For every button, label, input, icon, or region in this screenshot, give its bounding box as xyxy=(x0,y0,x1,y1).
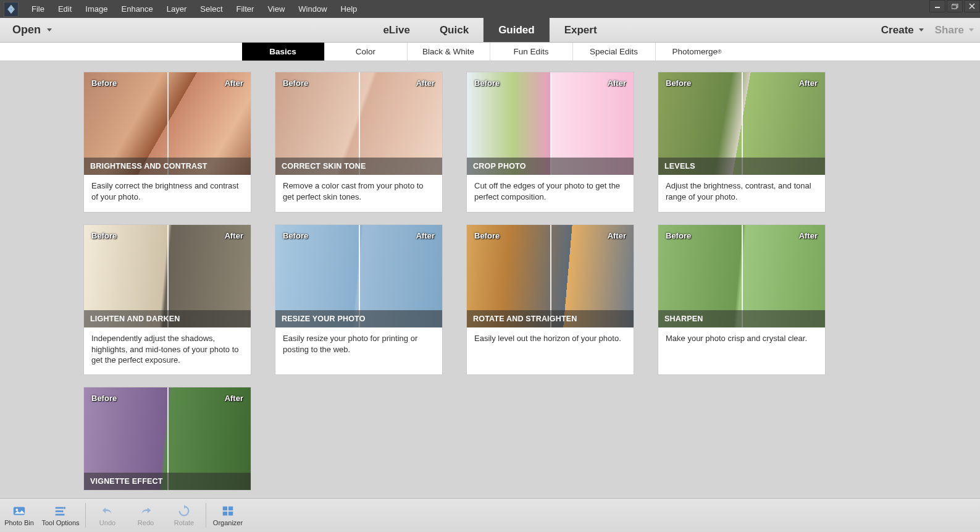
menu-bar: FileEditImageEnhanceLayerSelectFilterVie… xyxy=(0,0,980,18)
menu-filter[interactable]: Filter xyxy=(230,0,261,18)
before-label: Before xyxy=(474,231,500,240)
app-icon xyxy=(4,2,19,17)
bottom-toolbar: Photo Bin Tool Options Undo Redo Rotate … xyxy=(0,498,980,532)
undo-icon xyxy=(100,504,115,518)
svg-rect-10 xyxy=(223,507,227,510)
mode-tab-elive[interactable]: eLive xyxy=(368,18,424,42)
menu-edit[interactable]: Edit xyxy=(51,0,78,18)
category-fun-edits[interactable]: Fun Edits xyxy=(490,43,573,61)
guided-card[interactable]: BeforeAfterVIGNETTE EFFECT xyxy=(83,387,251,491)
chevron-down-icon xyxy=(919,28,924,32)
card-thumbnail: BeforeAfterCORRECT SKIN TONE xyxy=(275,72,442,175)
menu-layer[interactable]: Layer xyxy=(160,0,194,18)
menu-image[interactable]: Image xyxy=(78,0,114,18)
tool-options-icon xyxy=(53,504,68,518)
card-description: Independently adjust the shadows, highli… xyxy=(84,327,251,374)
separator xyxy=(85,503,86,528)
category-color[interactable]: Color xyxy=(325,43,408,61)
guided-card[interactable]: BeforeAfterCORRECT SKIN TONERemove a col… xyxy=(275,72,443,213)
open-label: Open xyxy=(12,23,41,36)
category-special-edits[interactable]: Special Edits xyxy=(573,43,656,61)
organizer-button[interactable]: Organizer xyxy=(209,499,247,532)
menu-help[interactable]: Help xyxy=(334,0,364,18)
rotate-label: Rotate xyxy=(174,519,194,526)
card-thumbnail: BeforeAfterLIGHTEN AND DARKEN xyxy=(84,225,251,327)
before-label: Before xyxy=(91,231,117,240)
after-label: After xyxy=(799,231,818,240)
card-title: SHARPEN xyxy=(658,310,825,327)
after-label: After xyxy=(225,231,243,240)
guided-card[interactable]: BeforeAfterROTATE AND STRAIGHTENEasily l… xyxy=(466,224,634,375)
guided-card[interactable]: BeforeAfterBRIGHTNESS AND CONTRASTEasily… xyxy=(83,72,251,213)
svg-rect-7 xyxy=(56,514,65,516)
undo-button[interactable]: Undo xyxy=(88,499,127,532)
card-title: LIGHTEN AND DARKEN xyxy=(84,310,251,327)
menu-view[interactable]: View xyxy=(261,0,291,18)
tool-options-button[interactable]: Tool Options xyxy=(38,499,83,532)
rotate-icon xyxy=(177,504,191,518)
rotate-button[interactable]: Rotate xyxy=(165,499,203,532)
mode-tab-expert[interactable]: Expert xyxy=(550,18,612,42)
menu-select[interactable]: Select xyxy=(193,0,229,18)
guided-card[interactable]: BeforeAfterRESIZE YOUR PHOTOEasily resiz… xyxy=(275,224,443,375)
create-button[interactable]: Create xyxy=(881,24,924,36)
category-black-white[interactable]: Black & White xyxy=(408,43,490,61)
guided-card[interactable]: BeforeAfterCROP PHOTOCut off the edges o… xyxy=(466,72,634,213)
restore-button[interactable] xyxy=(947,0,963,12)
svg-rect-6 xyxy=(56,510,61,512)
chevron-down-icon xyxy=(47,28,52,32)
work-area: BeforeAfterBRIGHTNESS AND CONTRASTEasily… xyxy=(0,61,980,498)
card-thumbnail: BeforeAfterRESIZE YOUR PHOTO xyxy=(275,225,442,327)
photo-bin-button[interactable]: Photo Bin xyxy=(0,499,38,532)
card-description: Cut off the edges of your photo to get t… xyxy=(467,175,634,212)
share-button[interactable]: Share xyxy=(935,24,974,36)
redo-icon xyxy=(138,504,153,518)
card-description: Easily level out the horizon of your pho… xyxy=(467,327,634,365)
mode-tab-quick[interactable]: Quick xyxy=(425,18,484,42)
before-label: Before xyxy=(666,78,691,88)
menu-file[interactable]: File xyxy=(25,0,51,18)
svg-rect-11 xyxy=(228,507,233,510)
card-description: Easily resize your photo for printing or… xyxy=(275,327,442,365)
svg-point-9 xyxy=(61,510,64,513)
card-description: Adjust the brightness, contrast, and ton… xyxy=(658,175,825,212)
svg-point-8 xyxy=(64,507,66,509)
after-label: After xyxy=(225,394,243,403)
chevron-down-icon xyxy=(969,28,974,32)
guided-card[interactable]: BeforeAfterLEVELSAdjust the brightness, … xyxy=(658,72,826,213)
menu-window[interactable]: Window xyxy=(291,0,333,18)
category-photomerge[interactable]: Photomerge® xyxy=(656,43,739,61)
menu-enhance[interactable]: Enhance xyxy=(115,0,160,18)
card-thumbnail: BeforeAfterSHARPEN xyxy=(658,225,825,327)
minimize-button[interactable] xyxy=(929,0,945,12)
before-label: Before xyxy=(91,78,117,88)
card-thumbnail: BeforeAfterVIGNETTE EFFECT xyxy=(84,387,251,490)
card-thumbnail: BeforeAfterBRIGHTNESS AND CONTRAST xyxy=(84,72,251,175)
card-description: Remove a color cast from your photo to g… xyxy=(275,175,442,212)
redo-label: Redo xyxy=(138,519,154,526)
mode-bar: Open eLiveQuickGuidedExpert Create Share xyxy=(0,18,980,43)
category-basics[interactable]: Basics xyxy=(242,43,325,61)
before-label: Before xyxy=(91,394,117,403)
create-label: Create xyxy=(881,24,914,36)
card-thumbnail: BeforeAfterCROP PHOTO xyxy=(467,72,634,175)
close-button[interactable] xyxy=(964,0,980,12)
svg-rect-2 xyxy=(952,5,957,9)
svg-point-4 xyxy=(16,509,19,511)
mode-tab-guided[interactable]: Guided xyxy=(484,18,550,42)
before-label: Before xyxy=(666,231,691,240)
card-thumbnail: BeforeAfterROTATE AND STRAIGHTEN xyxy=(467,225,634,327)
after-label: After xyxy=(608,231,626,240)
guided-card[interactable]: BeforeAfterSHARPENMake your photo crisp … xyxy=(658,224,826,375)
before-label: Before xyxy=(283,231,308,240)
photo-bin-label: Photo Bin xyxy=(4,519,34,526)
category-bar: BasicsColorBlack & WhiteFun EditsSpecial… xyxy=(0,43,980,61)
open-button[interactable]: Open xyxy=(0,18,64,42)
card-title: LEVELS xyxy=(658,158,825,175)
guided-card[interactable]: BeforeAfterLIGHTEN AND DARKENIndependent… xyxy=(83,224,251,375)
card-thumbnail: BeforeAfterLEVELS xyxy=(658,72,825,175)
card-title: RESIZE YOUR PHOTO xyxy=(275,310,442,327)
card-description: Easily correct the brightness and contra… xyxy=(84,175,251,212)
redo-button[interactable]: Redo xyxy=(127,499,165,532)
card-title: CROP PHOTO xyxy=(467,158,634,175)
